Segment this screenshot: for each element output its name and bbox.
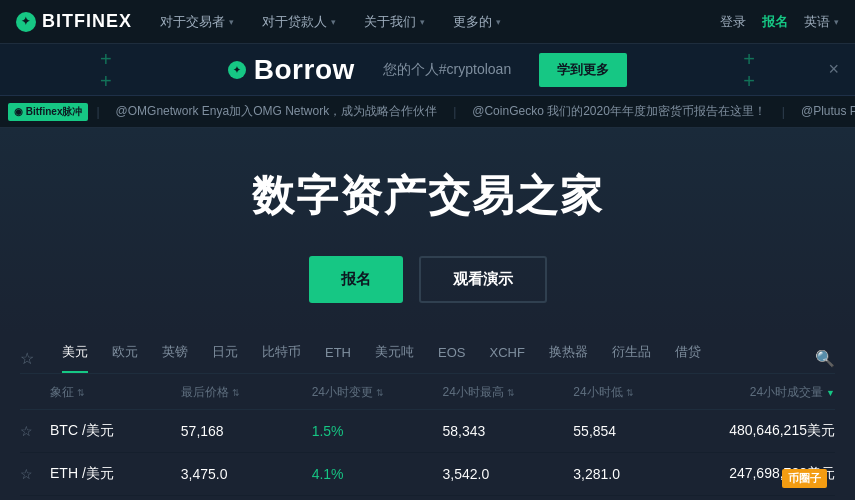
tab-eur[interactable]: 欧元 (112, 343, 138, 373)
hero-section: 数字资产交易之家 报名 观看演示 (0, 128, 855, 333)
tab-gbp[interactable]: 英镑 (162, 343, 188, 373)
ticker-separator: | (453, 105, 456, 119)
pulse-icon: ◉ (14, 106, 23, 117)
row-price: 57,168 (181, 423, 312, 439)
banner-plus-right: + + (743, 49, 755, 91)
signup-button[interactable]: 报名 (762, 13, 788, 31)
ticker: ◉ Bitfinex脉冲 | @OMGnetwork Enya加入OMG Net… (0, 96, 855, 128)
nav-item-lenders[interactable]: 对于贷款人 ▾ (262, 13, 336, 31)
sort-icon: ⇅ (376, 388, 384, 398)
banner-cta-button[interactable]: 学到更多 (539, 53, 627, 87)
row-symbol[interactable]: BTC /美元 (50, 422, 181, 440)
tab-jpy[interactable]: 日元 (212, 343, 238, 373)
pulse-label: Bitfinex脉冲 (26, 106, 83, 117)
tab-derivatives[interactable]: 衍生品 (612, 343, 651, 373)
sort-icon: ⇅ (626, 388, 634, 398)
hero-demo-button[interactable]: 观看演示 (419, 256, 547, 303)
nav-item-traders[interactable]: 对于交易者 ▾ (160, 13, 234, 31)
hero-title: 数字资产交易之家 (20, 168, 835, 224)
nav-item-more[interactable]: 更多的 ▾ (453, 13, 501, 31)
tab-btc[interactable]: 比特币 (262, 343, 301, 373)
sort-icon: ⇅ (232, 388, 240, 398)
close-button[interactable]: × (828, 59, 839, 80)
tab-lending[interactable]: 借贷 (675, 343, 701, 373)
col-symbol-label: 象征 (50, 384, 74, 401)
market-table-section: ☆ 美元 欧元 英镑 日元 比特币 ETH 美元吨 EOS XCHF 换热器 衍… (0, 333, 855, 496)
col-change-label: 24小时变更 (312, 384, 373, 401)
language-selector[interactable]: 英语 ▾ (804, 13, 839, 31)
ticker-pulse: ◉ Bitfinex脉冲 (8, 103, 88, 121)
ticker-item: @Plutus PLIP | Pluton流动 (801, 103, 855, 120)
borrow-leaf-icon: ✦ (228, 61, 246, 79)
row-low: 55,854 (573, 423, 704, 439)
col-high[interactable]: 24小时最高 ⇅ (442, 384, 573, 401)
sort-icon: ⇅ (507, 388, 515, 398)
ticker-separator: | (96, 105, 99, 119)
row-price: 3,475.0 (181, 466, 312, 482)
row-high: 58,343 (442, 423, 573, 439)
table-body: ☆ BTC /美元 57,168 1.5% 58,343 55,854 480,… (20, 410, 835, 496)
banner: + + ✦ Borrow 您的个人#cryptoloan 学到更多 + + × (0, 44, 855, 96)
ticker-separator: | (782, 105, 785, 119)
row-low: 3,281.0 (573, 466, 704, 482)
table-row: ☆ BTC /美元 57,168 1.5% 58,343 55,854 480,… (20, 410, 835, 453)
tab-xchf[interactable]: XCHF (489, 345, 524, 372)
col-price[interactable]: 最后价格 ⇅ (181, 384, 312, 401)
search-icon[interactable]: 🔍 (815, 349, 835, 368)
nav-more-label: 更多的 (453, 13, 492, 31)
row-volume: 480,646,215美元 (704, 422, 835, 440)
col-volume-label: 24小时成交量 (750, 384, 823, 401)
chevron-down-icon: ▾ (331, 17, 336, 27)
plus-decoration: + (743, 71, 755, 91)
col-low-label: 24小时低 (573, 384, 622, 401)
ticker-item: @CoinGecko 我们的2020年年度加密货币报告在这里！ (472, 103, 766, 120)
nav-about-label: 关于我们 (364, 13, 416, 31)
banner-plus-left: + + (100, 49, 112, 91)
tab-usd[interactable]: 美元 (62, 343, 88, 373)
col-high-label: 24小时最高 (442, 384, 503, 401)
sort-icon: ⇅ (77, 388, 85, 398)
login-button[interactable]: 登录 (720, 13, 746, 31)
col-price-label: 最后价格 (181, 384, 229, 401)
row-symbol[interactable]: ETH /美元 (50, 465, 181, 483)
row-change: 1.5% (312, 423, 443, 439)
col-change[interactable]: 24小时变更 ⇅ (312, 384, 443, 401)
chevron-down-icon: ▾ (834, 17, 839, 27)
nav-traders-label: 对于交易者 (160, 13, 225, 31)
logo-icon: ✦ (16, 12, 36, 32)
banner-subtitle: 您的个人#cryptoloan (383, 61, 511, 79)
hero-signup-button[interactable]: 报名 (309, 256, 403, 303)
col-star (20, 384, 50, 401)
tab-exchange[interactable]: 换热器 (549, 343, 588, 373)
row-change: 4.1% (312, 466, 443, 482)
market-tabs: ☆ 美元 欧元 英镑 日元 比特币 ETH 美元吨 EOS XCHF 换热器 衍… (20, 333, 835, 374)
sort-icon-active: ▼ (826, 388, 835, 398)
favorites-tab[interactable]: ☆ (20, 349, 34, 368)
plus-decoration: + (100, 71, 112, 91)
col-volume[interactable]: 24小时成交量 ▼ (704, 384, 835, 401)
row-high: 3,542.0 (442, 466, 573, 482)
table-row: ☆ ETH /美元 3,475.0 4.1% 3,542.0 3,281.0 2… (20, 453, 835, 496)
col-low[interactable]: 24小时低 ⇅ (573, 384, 704, 401)
tab-eos[interactable]: EOS (438, 345, 465, 372)
chevron-down-icon: ▾ (420, 17, 425, 27)
lang-label: 英语 (804, 13, 830, 31)
navbar: ✦ BITFINEX 对于交易者 ▾ 对于贷款人 ▾ 关于我们 ▾ 更多的 ▾ … (0, 0, 855, 44)
chevron-down-icon: ▾ (496, 17, 501, 27)
logo[interactable]: ✦ BITFINEX (16, 11, 132, 32)
plus-decoration: + (100, 49, 112, 69)
favorite-star[interactable]: ☆ (20, 423, 50, 439)
logo-text: BITFINEX (42, 11, 132, 32)
table-header: 象征 ⇅ 最后价格 ⇅ 24小时变更 ⇅ 24小时最高 ⇅ 24小时低 ⇅ 24… (20, 374, 835, 410)
tab-usdt[interactable]: 美元吨 (375, 343, 414, 373)
col-symbol[interactable]: 象征 ⇅ (50, 384, 181, 401)
banner-borrow-label: Borrow (254, 54, 355, 86)
navbar-left: ✦ BITFINEX 对于交易者 ▾ 对于贷款人 ▾ 关于我们 ▾ 更多的 ▾ (16, 11, 501, 32)
nav-item-about[interactable]: 关于我们 ▾ (364, 13, 425, 31)
tab-eth[interactable]: ETH (325, 345, 351, 372)
favorite-star[interactable]: ☆ (20, 466, 50, 482)
nav-lenders-label: 对于贷款人 (262, 13, 327, 31)
banner-logo-group: ✦ Borrow (228, 54, 355, 86)
hero-buttons: 报名 观看演示 (20, 256, 835, 303)
navbar-right: 登录 报名 英语 ▾ (720, 13, 839, 31)
